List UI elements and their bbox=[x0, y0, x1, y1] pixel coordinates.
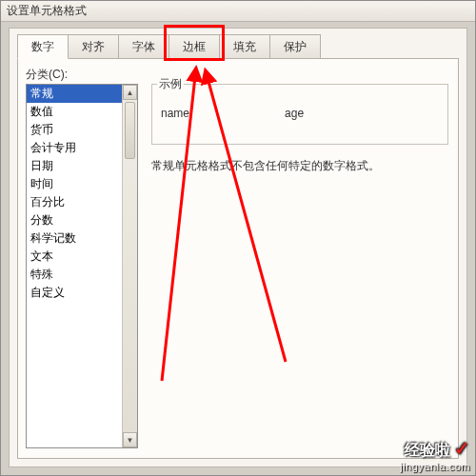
list-item[interactable]: 日期 bbox=[27, 157, 122, 175]
scroll-down-button[interactable]: ▼ bbox=[123, 432, 137, 447]
dialog-panel: 数字 对齐 字体 边框 填充 保护 分类(C): 常规 数值 货币 会计专用 日… bbox=[9, 28, 467, 467]
category-label: 分类(C): bbox=[26, 67, 68, 83]
tab-strip: 数字 对齐 字体 边框 填充 保护 bbox=[17, 34, 320, 59]
tab-font[interactable]: 字体 bbox=[118, 34, 169, 59]
list-item[interactable]: 数值 bbox=[27, 103, 122, 121]
tab-number[interactable]: 数字 bbox=[17, 34, 69, 59]
watermark-brand: 经验啦 bbox=[405, 442, 450, 458]
example-content: name age bbox=[161, 107, 439, 120]
tab-border[interactable]: 边框 bbox=[169, 34, 220, 59]
example-col2: age bbox=[285, 107, 304, 120]
scroll-thumb[interactable] bbox=[125, 102, 135, 159]
format-description: 常规单元格格式不包含任何特定的数字格式。 bbox=[151, 158, 439, 174]
tab-alignment[interactable]: 对齐 bbox=[68, 34, 119, 59]
list-item[interactable]: 分数 bbox=[27, 211, 122, 229]
watermark-url: jingyanla.com bbox=[400, 461, 470, 472]
list-item[interactable]: 常规 bbox=[27, 85, 122, 103]
tab-protection[interactable]: 保护 bbox=[269, 34, 321, 59]
watermark: 经验啦 ✓ jingyanla.com bbox=[400, 437, 470, 472]
list-item[interactable]: 特殊 bbox=[27, 266, 122, 284]
category-listbox[interactable]: 常规 数值 货币 会计专用 日期 时间 百分比 分数 科学记数 文本 特殊 自定… bbox=[26, 84, 138, 448]
list-item[interactable]: 百分比 bbox=[27, 193, 122, 211]
scrollbar[interactable]: ▲ ▼ bbox=[122, 85, 137, 447]
list-item[interactable]: 时间 bbox=[27, 175, 122, 193]
tab-content: 分类(C): 常规 数值 货币 会计专用 日期 时间 百分比 分数 科学记数 文… bbox=[17, 58, 459, 459]
list-item[interactable]: 会计专用 bbox=[27, 139, 122, 157]
window-titlebar: 设置单元格格式 bbox=[1, 1, 475, 22]
example-col1: name bbox=[161, 107, 189, 120]
list-item[interactable]: 货币 bbox=[27, 121, 122, 139]
tab-fill[interactable]: 填充 bbox=[219, 34, 270, 59]
list-item[interactable]: 自定义 bbox=[27, 284, 122, 302]
watermark-check-icon: ✓ bbox=[454, 438, 470, 459]
example-label: 示例 bbox=[157, 76, 184, 92]
window-title: 设置单元格格式 bbox=[7, 3, 87, 19]
scroll-up-button[interactable]: ▲ bbox=[123, 85, 137, 100]
list-item[interactable]: 文本 bbox=[27, 248, 122, 266]
list-item[interactable]: 科学记数 bbox=[27, 229, 122, 248]
